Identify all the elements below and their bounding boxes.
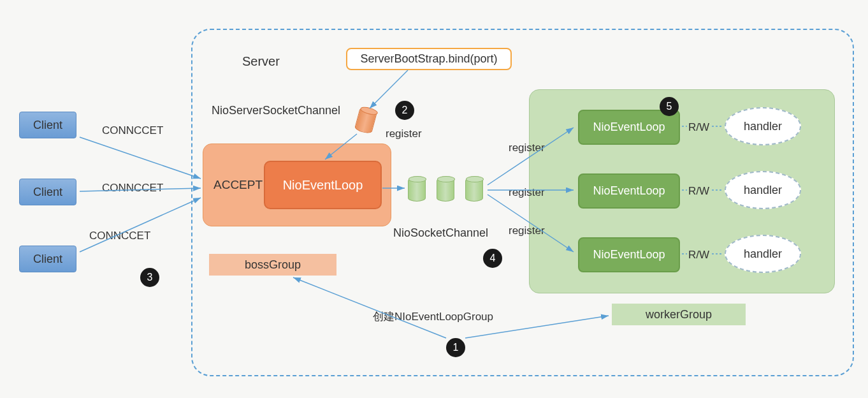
workergroup-box: workerGroup [612,304,746,325]
cylinder-green-icon-3 [465,177,483,202]
rw-label-2: R/W [688,185,709,198]
handler-ellipse-1: handler [725,107,801,145]
cylinder-green-icon-2 [437,177,454,202]
nio-server-socket-channel-label: NioServerSocketChannel [212,104,340,117]
connect-label-1: CONNCCET [102,124,163,137]
handler-ellipse-3: handler [725,235,801,273]
step-badge-3: 3 [140,268,159,287]
step-badge-5: 5 [660,97,679,116]
bossgroup-box: bossGroup [209,254,336,276]
serverbootstrap-box: ServerBootStrap.bind(port) [346,48,512,70]
create-nioeventloopgroup-label: 创建NIoEventLoopGroup [373,309,493,324]
register-label-top: register [386,128,422,140]
client-box-3: Client [19,246,76,272]
rw-label-3: R/W [688,249,709,262]
client-box-2: Client [19,179,76,205]
worker-nioeventloop-3: NioEventLoop [578,237,680,272]
svg-line-2 [80,198,201,252]
accept-label: ACCEPT [213,178,263,192]
step-badge-2: 2 [395,101,414,120]
boss-nioeventloop-box: NioEventLoop [264,161,382,209]
nio-socket-channel-label: NioSocketChannel [393,226,488,240]
handler-ellipse-2: handler [725,171,801,209]
register-label-3: register [509,225,545,237]
server-label: Server [242,54,280,69]
worker-nioeventloop-2: NioEventLoop [578,173,680,209]
step-badge-1: 1 [446,338,465,357]
connect-label-3: CONNCCET [89,230,150,242]
rw-label-1: R/W [688,121,709,134]
client-box-1: Client [19,112,76,138]
svg-line-0 [80,137,201,179]
cylinder-green-icon-1 [408,177,426,202]
register-label-2: register [509,186,545,199]
connect-label-2: CONNCCET [102,182,163,195]
register-label-1: register [509,142,545,154]
step-badge-4: 4 [483,249,502,268]
